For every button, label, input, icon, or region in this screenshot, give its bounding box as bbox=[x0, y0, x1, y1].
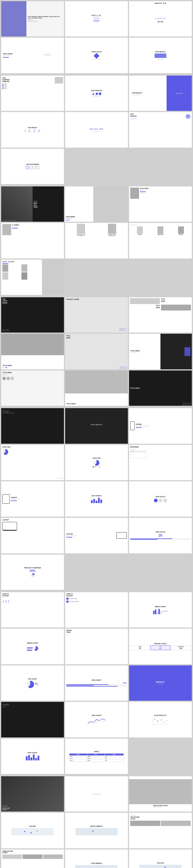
slide-break[interactable]: BREAK take a break bbox=[129, 665, 192, 701]
break-title: BREAK bbox=[156, 681, 165, 683]
slide-mixed-chart2[interactable]: MIXED CHART bbox=[1, 629, 64, 664]
laptop1-title: LAPTOP bbox=[2, 519, 9, 521]
line-chart-svg bbox=[88, 717, 105, 724]
slide-project-name[interactable]: PROJECT NAME 2017 bbox=[65, 297, 128, 333]
slide-steps-success2[interactable]: STEPS TOSUCCESS 1 First step description… bbox=[65, 592, 128, 627]
slide-s-stiney[interactable]: S. STINEY Team Member bbox=[1, 223, 64, 258]
partners-title: OUR PARTNERS bbox=[26, 163, 39, 165]
analysis2-title: ANALYSIS bbox=[92, 457, 100, 459]
slide-pricing-table2[interactable]: PRICING TABLE BASIC $9 PRO $19 ENTERPRIS… bbox=[129, 629, 192, 664]
device-cover-script: design bbox=[2, 409, 9, 412]
slide-works-cover[interactable]: OURLATESTWORKS works bbox=[1, 297, 64, 333]
about-us-we-are: WE ARE bbox=[157, 21, 163, 23]
slide-two-picture[interactable]: gallery TWO PICTURELAYOUT bbox=[129, 813, 192, 848]
td6: 200 bbox=[105, 757, 123, 760]
slide-our-result[interactable]: OUR RESULT result description bbox=[129, 38, 192, 73]
slide-result-nums[interactable]: OUR RESULT 1 NO. 2 CONTENTS 3 PERSON 4 R… bbox=[1, 112, 64, 147]
slide-team-cover[interactable]: meet MEETOURTEAM Creativity & Intelligen… bbox=[1, 186, 64, 222]
slide-north-america[interactable]: NORTH AMERICA bbox=[65, 813, 128, 848]
slide-scatter-plot[interactable]: SCATTER PLOT bbox=[129, 702, 192, 737]
title-here-r2: TITLEHERE bbox=[130, 305, 160, 308]
slide-think-diff[interactable]: think different ♀ bbox=[65, 408, 128, 443]
slide-title-here-5[interactable]: TITLE HERE bbox=[65, 371, 128, 406]
slide-phone[interactable]: PHONE phone mockup description text here bbox=[129, 408, 192, 443]
slide-partners[interactable]: OUR PARTNERS bbox=[1, 149, 64, 184]
bar-percent: 70% bbox=[66, 682, 127, 684]
slide-usa-map[interactable]: USA MAP bbox=[1, 813, 64, 848]
slide-steps-success[interactable]: STEPS TOSUCCESS λ 1Step 2Step 3Step bbox=[1, 592, 64, 627]
slide-title-here-area[interactable]: TITLE HERE area bbox=[1, 371, 64, 406]
num-2: 2 bbox=[27, 129, 32, 131]
slide-analysis1[interactable]: ANALYSIS analysis bbox=[1, 445, 64, 480]
slide-goya-park[interactable]: GOYA PARK Art Director bio text here bbox=[129, 186, 192, 222]
slide-tablet[interactable]: TABLET tablet mockup text here bbox=[1, 481, 64, 517]
slide-bar-chart2[interactable]: BAR CHART bbox=[1, 739, 64, 774]
slide-line-chart[interactable]: LINE CHART bbox=[65, 702, 128, 737]
thanks-script: thanks bbox=[2, 703, 9, 706]
slide-our-result2[interactable]: service OUR RESULT some text about resul… bbox=[129, 75, 192, 111]
slide-pricing-table[interactable]: PRICINGTABLE plan bbox=[65, 629, 128, 664]
slide-company-timeline[interactable]: OURCOMPANYTIMELINE 2010 2013 2017 2018 bbox=[1, 75, 64, 111]
slide-our-team[interactable]: OUR TEAM bbox=[1, 260, 64, 295]
line-chart-title: LINE CHART bbox=[91, 714, 101, 716]
result2-script: service bbox=[176, 92, 183, 95]
slide-title-here-device[interactable]: TITLE HERE project description bbox=[129, 334, 192, 369]
slide-asia-map[interactable]: ASIA MAP bbox=[129, 849, 192, 868]
slide-team-grid[interactable]: direction SUE SUE SANDY PARK AMY JOE bbox=[129, 223, 192, 258]
slide-ana-park[interactable]: ANA PARK Creative Director bbox=[65, 186, 128, 222]
slide-title-here-1[interactable]: TITLE HERE bbox=[1, 334, 64, 369]
slide-key-points[interactable]: KEY POINTS bbox=[65, 481, 128, 517]
slide-analysis2[interactable]: ANALYSIS 60% 40% bbox=[65, 445, 128, 480]
slide-laptop1[interactable]: LAPTOP bbox=[1, 518, 64, 553]
step-num-1: 1 bbox=[2, 600, 4, 602]
hello-sub: creative bbox=[95, 22, 98, 23]
slide-our-service2[interactable]: OURSERVICE service bbox=[129, 112, 192, 147]
section-layout: dream BIG PICTURELAYOUT doodle ONE PICTU… bbox=[0, 775, 193, 868]
vision-sub: some sub text here bbox=[3, 55, 32, 56]
slide-one-picture[interactable]: ONE PICTURE LAYOUT description text here bbox=[129, 776, 192, 811]
step-num-2: 2 bbox=[5, 600, 7, 602]
td8: Role C bbox=[87, 760, 105, 762]
pricing-title: PRICINGTABLE bbox=[66, 630, 72, 633]
project-year: 2017 bbox=[119, 328, 127, 332]
slide-table[interactable]: TABLE NAMEROLEVALUE Item 1Role A100 Item… bbox=[65, 739, 128, 774]
stephen-role: Director bbox=[79, 236, 83, 237]
layout-grid: dream BIG PICTURELAYOUT doodle ONE PICTU… bbox=[0, 775, 193, 868]
slide-stephen-emma[interactable]: STEPHEN LEE Director EMMA JUNE Designer bbox=[65, 223, 128, 258]
slide-vision[interactable]: OUR VISION some sub text here vision bbox=[1, 38, 64, 73]
area-script: area bbox=[2, 373, 6, 376]
slide-latin-america[interactable]: LATIN AMERICA bbox=[65, 849, 128, 868]
slide-about-us[interactable]: ABOUT US creative WE ARE bbox=[129, 1, 192, 36]
slide-three-picture[interactable]: THREE PICTURELAYOUT bbox=[1, 849, 64, 868]
th3: VALUE bbox=[105, 753, 123, 755]
slide-our-goals-hexagon[interactable]: OUR GOALS bbox=[129, 481, 192, 517]
slide-project-overview[interactable]: PROJECT OVERVIEW 20% bbox=[1, 555, 64, 590]
num-1: 1 bbox=[24, 129, 26, 131]
slide-laptop2[interactable]: LAPTOP laptop mockup description bbox=[65, 518, 128, 553]
slide-big-picture[interactable]: dream BIG PICTURELAYOUT bbox=[1, 776, 64, 811]
tablet-title: TABLET bbox=[11, 497, 63, 498]
slide-title-here-2017[interactable]: TITLE HERE 2017 bbox=[129, 371, 192, 406]
slide-title-here-double[interactable]: TITLEHERE description TITLEHERE bbox=[129, 297, 192, 333]
slide-rank[interactable]: 1st 2x 1th achievement stats bbox=[65, 112, 128, 147]
slide-our-service[interactable]: OUR SERVICE service description text bbox=[65, 75, 128, 111]
slide-pie-chart[interactable]: PIE CHART 60% 40% bbox=[1, 665, 64, 701]
slide-doodle[interactable]: doodle bbox=[65, 776, 128, 811]
two-pic-title: TWO PICTURELAYOUT bbox=[130, 816, 140, 820]
slide-browser[interactable]: BROWSER options bbox=[129, 445, 192, 480]
works-cover-title: OURLATESTWORKS bbox=[2, 299, 7, 304]
slide-mixed-chart[interactable]: MIXED CHART bbox=[129, 592, 192, 627]
slide-bar-chart-percent[interactable]: BAR CHART 70% bbox=[65, 665, 128, 701]
about-us-title: ABOUT US bbox=[129, 2, 192, 4]
timeline-2010: 2010 bbox=[2, 84, 7, 85]
slide-device-cover[interactable]: design SHOW OUR SOLUTION bbox=[1, 408, 64, 443]
slide-cover-main[interactable]: ONLY PASSIONS, GREAT PASSIONS, CAN ELEVA… bbox=[1, 1, 64, 36]
slide-core-value[interactable]: CORE VALUE core values description text bbox=[65, 38, 128, 73]
slide-title-here-year[interactable]: TITLEHERE 2016 bbox=[65, 334, 128, 369]
slide-thanks[interactable]: thanks contact bbox=[1, 702, 64, 737]
plan-enterprise-price: $49 bbox=[171, 648, 190, 649]
pricing-script: plan bbox=[66, 634, 70, 636]
slide-our-goals-num[interactable]: OUR GOALS 1K bbox=[129, 518, 192, 553]
slide-hello[interactable]: HELLO hello creative bbox=[65, 1, 128, 36]
title-2017-year: 2017 bbox=[182, 402, 191, 406]
